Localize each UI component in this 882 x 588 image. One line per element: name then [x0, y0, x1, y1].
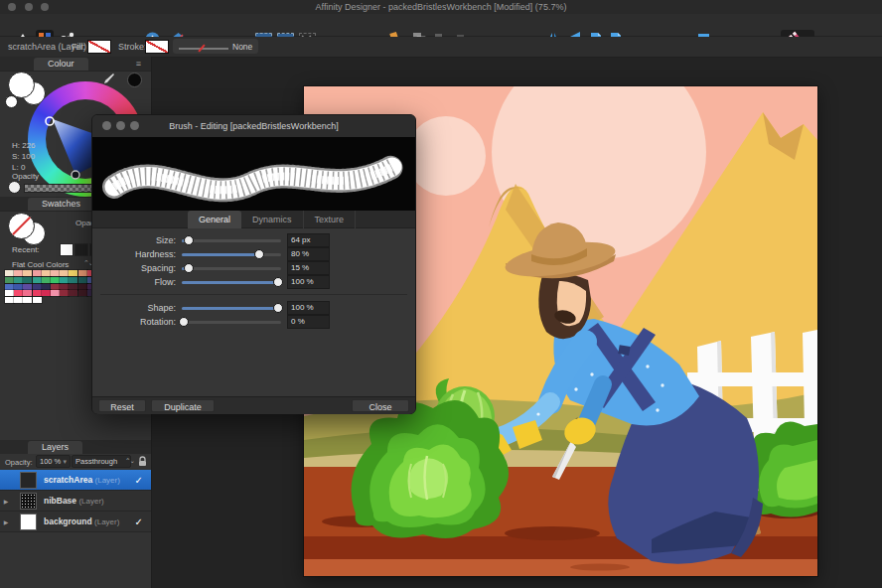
tab-layers[interactable]: Layers	[28, 441, 82, 454]
swatch[interactable]	[23, 297, 32, 303]
slider-value-field[interactable]: 100 %	[287, 275, 330, 289]
stroke-width-control[interactable]: None	[173, 39, 258, 54]
swatch[interactable]	[78, 270, 87, 276]
tab-texture[interactable]: Texture	[304, 211, 357, 228]
swatch[interactable]	[14, 270, 23, 276]
swatch[interactable]	[69, 277, 77, 283]
slider-track[interactable]	[182, 321, 281, 324]
layer-visibility-check[interactable]: ✓	[135, 516, 143, 527]
swatch[interactable]	[33, 270, 42, 276]
slider-track[interactable]	[182, 239, 281, 242]
brush-sliders-shape: Shape:100 %Rotation:0 %	[92, 301, 415, 329]
swatch[interactable]	[69, 290, 77, 296]
brush-preview	[92, 137, 415, 211]
swatch[interactable]	[23, 290, 32, 296]
swatch[interactable]	[5, 270, 14, 276]
layer-name: background (Layer)	[44, 516, 119, 526]
swatch[interactable]	[5, 290, 14, 296]
dialog-title: Brush - Editing [packedBristlesWorkbench…	[92, 121, 415, 131]
swatch[interactable]	[5, 284, 14, 290]
panel-menu-icon[interactable]: ≡	[136, 59, 141, 69]
swatch[interactable]	[42, 270, 51, 276]
dialog-title-bar[interactable]: Brush - Editing [packedBristlesWorkbench…	[92, 115, 415, 138]
slider-value-field[interactable]: 64 px	[287, 233, 330, 247]
palette-select[interactable]: Flat Cool Colors	[12, 260, 69, 269]
stroke-style-select[interactable]: None	[232, 42, 252, 52]
swatch[interactable]	[33, 297, 42, 303]
swatch[interactable]	[60, 284, 69, 290]
duplicate-button[interactable]: Duplicate	[151, 399, 215, 412]
swatch[interactable]	[23, 270, 32, 276]
slider-track[interactable]	[182, 281, 281, 284]
opacity-slider-thumb[interactable]	[8, 181, 21, 194]
slider-thumb[interactable]	[254, 249, 264, 259]
swatch[interactable]	[14, 277, 23, 283]
swatch[interactable]	[69, 284, 77, 290]
swatch[interactable]	[33, 277, 42, 283]
fill-swatch[interactable]	[87, 40, 111, 54]
tab-general[interactable]: General	[188, 211, 241, 228]
slider-value-field[interactable]: 15 %	[287, 261, 330, 275]
shade-marker[interactable]	[72, 171, 79, 179]
swatch[interactable]	[14, 297, 23, 303]
slider-thumb[interactable]	[273, 303, 283, 313]
tab-dynamics[interactable]: Dynamics	[241, 211, 304, 228]
swatch[interactable]	[60, 270, 69, 276]
layer-visibility-check[interactable]: ✓	[135, 475, 143, 486]
close-button[interactable]: Close	[352, 399, 409, 412]
tab-swatches[interactable]: Swatches	[28, 198, 94, 211]
blend-stepper-icon[interactable]: ⌃⌄	[125, 457, 134, 465]
hue-marker[interactable]	[46, 117, 54, 125]
layer-expander-icon[interactable]: ▶	[0, 518, 12, 525]
swatch[interactable]	[23, 284, 32, 290]
swatch[interactable]	[69, 270, 77, 276]
swatch[interactable]	[33, 290, 42, 296]
slider-thumb[interactable]	[184, 235, 194, 245]
swatch[interactable]	[42, 277, 51, 283]
layer-row-nibBase[interactable]: ▶nibBase (Layer)	[0, 491, 151, 512]
slider-track[interactable]	[182, 307, 281, 310]
swatch[interactable]	[51, 290, 60, 296]
recent-swatch[interactable]	[74, 243, 88, 256]
layer-row-scratchArea[interactable]: scratchArea (Layer)✓	[0, 470, 151, 491]
slider-thumb[interactable]	[184, 263, 194, 273]
swatch[interactable]	[78, 290, 87, 296]
swap-colour-well[interactable]	[5, 95, 18, 108]
swatch[interactable]	[14, 290, 23, 296]
lock-icon[interactable]	[138, 456, 147, 467]
slider-track[interactable]	[182, 267, 281, 270]
stroke-swatch[interactable]	[145, 40, 169, 54]
swatch-fill-well[interactable]	[8, 213, 35, 239]
reset-button[interactable]: Reset	[98, 399, 146, 412]
blend-mode-combo[interactable]: Passthrough	[72, 455, 131, 468]
swatch[interactable]	[51, 277, 60, 283]
swatch[interactable]	[23, 277, 32, 283]
slider-value-field[interactable]: 80 %	[287, 247, 330, 261]
recent-swatch[interactable]	[60, 243, 74, 256]
swatch[interactable]	[33, 284, 42, 290]
swatch[interactable]	[14, 284, 23, 290]
slider-thumb[interactable]	[179, 317, 189, 327]
swatch[interactable]	[60, 277, 69, 283]
swatch[interactable]	[42, 290, 51, 296]
swatch[interactable]	[42, 284, 51, 290]
swatch[interactable]	[51, 270, 60, 276]
slider-track[interactable]	[182, 253, 281, 256]
slider-thumb[interactable]	[273, 277, 283, 287]
swatch[interactable]	[78, 284, 87, 290]
slider-value-field[interactable]: 100 %	[287, 301, 330, 315]
swatch[interactable]	[78, 277, 87, 283]
stroke-width-slider[interactable]	[179, 48, 228, 50]
slider-value-field[interactable]: 0 %	[287, 315, 330, 329]
layer-row-background[interactable]: ▶background (Layer)✓	[0, 512, 151, 532]
layers-opacity-combo[interactable]: 100 % ▾	[36, 455, 71, 468]
layer-expander-icon[interactable]: ▶	[0, 498, 12, 505]
tab-colour[interactable]: Colour	[34, 58, 88, 71]
swatch[interactable]	[51, 284, 60, 290]
brush-tabs: GeneralDynamicsTexture	[92, 211, 415, 228]
swatch[interactable]	[60, 290, 69, 296]
swatch[interactable]	[5, 297, 14, 303]
swatch[interactable]	[5, 277, 14, 283]
recent-label: Recent:	[12, 245, 40, 254]
title-bar: Affinity Designer - packedBristlesWorkbe…	[0, 0, 882, 14]
